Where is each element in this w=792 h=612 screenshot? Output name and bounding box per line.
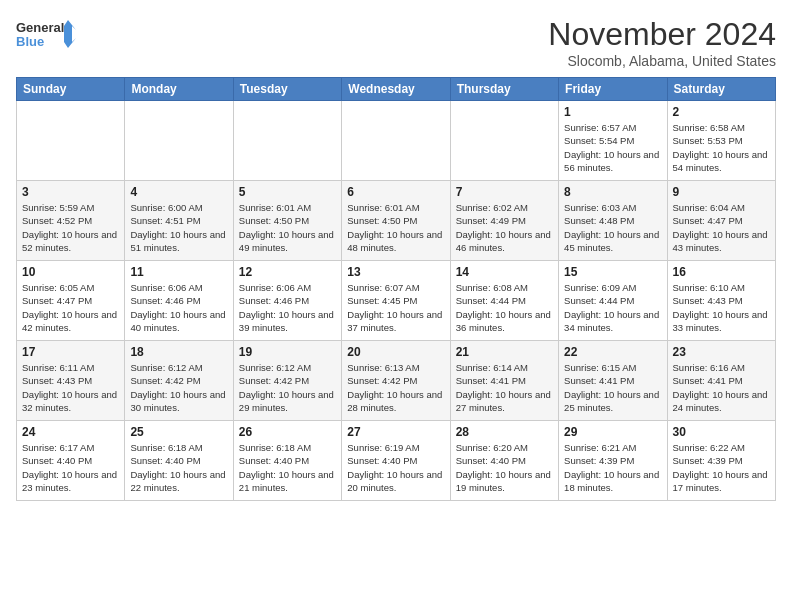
calendar-cell: 22Sunrise: 6:15 AMSunset: 4:41 PMDayligh… bbox=[559, 341, 667, 421]
day-number: 30 bbox=[673, 425, 770, 439]
day-info: Sunrise: 6:04 AMSunset: 4:47 PMDaylight:… bbox=[673, 201, 770, 254]
calendar-cell: 13Sunrise: 6:07 AMSunset: 4:45 PMDayligh… bbox=[342, 261, 450, 341]
calendar-cell: 25Sunrise: 6:18 AMSunset: 4:40 PMDayligh… bbox=[125, 421, 233, 501]
calendar-cell: 28Sunrise: 6:20 AMSunset: 4:40 PMDayligh… bbox=[450, 421, 558, 501]
day-info: Sunrise: 6:02 AMSunset: 4:49 PMDaylight:… bbox=[456, 201, 553, 254]
calendar-cell: 8Sunrise: 6:03 AMSunset: 4:48 PMDaylight… bbox=[559, 181, 667, 261]
calendar-cell: 16Sunrise: 6:10 AMSunset: 4:43 PMDayligh… bbox=[667, 261, 775, 341]
calendar-cell: 17Sunrise: 6:11 AMSunset: 4:43 PMDayligh… bbox=[17, 341, 125, 421]
day-number: 22 bbox=[564, 345, 661, 359]
day-info: Sunrise: 6:18 AMSunset: 4:40 PMDaylight:… bbox=[239, 441, 336, 494]
day-info: Sunrise: 6:00 AMSunset: 4:51 PMDaylight:… bbox=[130, 201, 227, 254]
day-number: 9 bbox=[673, 185, 770, 199]
day-number: 20 bbox=[347, 345, 444, 359]
calendar-cell: 4Sunrise: 6:00 AMSunset: 4:51 PMDaylight… bbox=[125, 181, 233, 261]
day-info: Sunrise: 6:05 AMSunset: 4:47 PMDaylight:… bbox=[22, 281, 119, 334]
day-info: Sunrise: 6:57 AMSunset: 5:54 PMDaylight:… bbox=[564, 121, 661, 174]
calendar-cell: 18Sunrise: 6:12 AMSunset: 4:42 PMDayligh… bbox=[125, 341, 233, 421]
calendar-cell bbox=[17, 101, 125, 181]
calendar-week-3: 10Sunrise: 6:05 AMSunset: 4:47 PMDayligh… bbox=[17, 261, 776, 341]
calendar-cell: 26Sunrise: 6:18 AMSunset: 4:40 PMDayligh… bbox=[233, 421, 341, 501]
day-info: Sunrise: 6:14 AMSunset: 4:41 PMDaylight:… bbox=[456, 361, 553, 414]
day-info: Sunrise: 6:15 AMSunset: 4:41 PMDaylight:… bbox=[564, 361, 661, 414]
calendar-cell bbox=[233, 101, 341, 181]
day-info: Sunrise: 6:17 AMSunset: 4:40 PMDaylight:… bbox=[22, 441, 119, 494]
logo-svg: General Blue bbox=[16, 16, 76, 56]
calendar-cell: 27Sunrise: 6:19 AMSunset: 4:40 PMDayligh… bbox=[342, 421, 450, 501]
day-number: 11 bbox=[130, 265, 227, 279]
day-number: 25 bbox=[130, 425, 227, 439]
day-number: 23 bbox=[673, 345, 770, 359]
calendar-header-tuesday: Tuesday bbox=[233, 78, 341, 101]
svg-text:Blue: Blue bbox=[16, 34, 44, 49]
day-info: Sunrise: 6:18 AMSunset: 4:40 PMDaylight:… bbox=[130, 441, 227, 494]
page-header: General Blue November 2024 Slocomb, Alab… bbox=[16, 16, 776, 69]
calendar-cell: 10Sunrise: 6:05 AMSunset: 4:47 PMDayligh… bbox=[17, 261, 125, 341]
calendar-cell: 11Sunrise: 6:06 AMSunset: 4:46 PMDayligh… bbox=[125, 261, 233, 341]
day-info: Sunrise: 6:12 AMSunset: 4:42 PMDaylight:… bbox=[130, 361, 227, 414]
calendar-cell bbox=[125, 101, 233, 181]
calendar-cell: 7Sunrise: 6:02 AMSunset: 4:49 PMDaylight… bbox=[450, 181, 558, 261]
day-number: 5 bbox=[239, 185, 336, 199]
calendar-header-monday: Monday bbox=[125, 78, 233, 101]
day-number: 1 bbox=[564, 105, 661, 119]
calendar-cell: 1Sunrise: 6:57 AMSunset: 5:54 PMDaylight… bbox=[559, 101, 667, 181]
day-number: 2 bbox=[673, 105, 770, 119]
calendar-header-friday: Friday bbox=[559, 78, 667, 101]
calendar-week-5: 24Sunrise: 6:17 AMSunset: 4:40 PMDayligh… bbox=[17, 421, 776, 501]
day-info: Sunrise: 6:12 AMSunset: 4:42 PMDaylight:… bbox=[239, 361, 336, 414]
calendar-cell: 14Sunrise: 6:08 AMSunset: 4:44 PMDayligh… bbox=[450, 261, 558, 341]
day-number: 12 bbox=[239, 265, 336, 279]
day-info: Sunrise: 6:21 AMSunset: 4:39 PMDaylight:… bbox=[564, 441, 661, 494]
logo: General Blue bbox=[16, 16, 76, 56]
day-number: 15 bbox=[564, 265, 661, 279]
day-info: Sunrise: 6:13 AMSunset: 4:42 PMDaylight:… bbox=[347, 361, 444, 414]
day-number: 21 bbox=[456, 345, 553, 359]
calendar-cell: 3Sunrise: 5:59 AMSunset: 4:52 PMDaylight… bbox=[17, 181, 125, 261]
day-info: Sunrise: 6:10 AMSunset: 4:43 PMDaylight:… bbox=[673, 281, 770, 334]
day-info: Sunrise: 6:11 AMSunset: 4:43 PMDaylight:… bbox=[22, 361, 119, 414]
calendar-cell: 24Sunrise: 6:17 AMSunset: 4:40 PMDayligh… bbox=[17, 421, 125, 501]
day-number: 10 bbox=[22, 265, 119, 279]
day-info: Sunrise: 6:01 AMSunset: 4:50 PMDaylight:… bbox=[239, 201, 336, 254]
day-number: 14 bbox=[456, 265, 553, 279]
calendar: SundayMondayTuesdayWednesdayThursdayFrid… bbox=[16, 77, 776, 501]
day-number: 17 bbox=[22, 345, 119, 359]
day-number: 16 bbox=[673, 265, 770, 279]
day-number: 24 bbox=[22, 425, 119, 439]
svg-text:General: General bbox=[16, 20, 64, 35]
calendar-header-wednesday: Wednesday bbox=[342, 78, 450, 101]
day-info: Sunrise: 6:22 AMSunset: 4:39 PMDaylight:… bbox=[673, 441, 770, 494]
day-info: Sunrise: 6:08 AMSunset: 4:44 PMDaylight:… bbox=[456, 281, 553, 334]
day-info: Sunrise: 6:20 AMSunset: 4:40 PMDaylight:… bbox=[456, 441, 553, 494]
day-number: 6 bbox=[347, 185, 444, 199]
calendar-week-1: 1Sunrise: 6:57 AMSunset: 5:54 PMDaylight… bbox=[17, 101, 776, 181]
calendar-cell: 15Sunrise: 6:09 AMSunset: 4:44 PMDayligh… bbox=[559, 261, 667, 341]
calendar-week-4: 17Sunrise: 6:11 AMSunset: 4:43 PMDayligh… bbox=[17, 341, 776, 421]
day-number: 18 bbox=[130, 345, 227, 359]
calendar-cell bbox=[450, 101, 558, 181]
day-info: Sunrise: 6:09 AMSunset: 4:44 PMDaylight:… bbox=[564, 281, 661, 334]
day-number: 19 bbox=[239, 345, 336, 359]
day-info: Sunrise: 6:06 AMSunset: 4:46 PMDaylight:… bbox=[130, 281, 227, 334]
day-info: Sunrise: 5:59 AMSunset: 4:52 PMDaylight:… bbox=[22, 201, 119, 254]
day-info: Sunrise: 6:58 AMSunset: 5:53 PMDaylight:… bbox=[673, 121, 770, 174]
calendar-cell: 6Sunrise: 6:01 AMSunset: 4:50 PMDaylight… bbox=[342, 181, 450, 261]
calendar-cell: 5Sunrise: 6:01 AMSunset: 4:50 PMDaylight… bbox=[233, 181, 341, 261]
calendar-header-row: SundayMondayTuesdayWednesdayThursdayFrid… bbox=[17, 78, 776, 101]
calendar-cell: 30Sunrise: 6:22 AMSunset: 4:39 PMDayligh… bbox=[667, 421, 775, 501]
svg-marker-2 bbox=[64, 20, 76, 48]
day-info: Sunrise: 6:06 AMSunset: 4:46 PMDaylight:… bbox=[239, 281, 336, 334]
day-info: Sunrise: 6:03 AMSunset: 4:48 PMDaylight:… bbox=[564, 201, 661, 254]
calendar-cell: 19Sunrise: 6:12 AMSunset: 4:42 PMDayligh… bbox=[233, 341, 341, 421]
calendar-header-thursday: Thursday bbox=[450, 78, 558, 101]
day-number: 4 bbox=[130, 185, 227, 199]
day-info: Sunrise: 6:01 AMSunset: 4:50 PMDaylight:… bbox=[347, 201, 444, 254]
day-number: 7 bbox=[456, 185, 553, 199]
day-number: 29 bbox=[564, 425, 661, 439]
calendar-header-saturday: Saturday bbox=[667, 78, 775, 101]
calendar-cell: 20Sunrise: 6:13 AMSunset: 4:42 PMDayligh… bbox=[342, 341, 450, 421]
day-number: 27 bbox=[347, 425, 444, 439]
title-block: November 2024 Slocomb, Alabama, United S… bbox=[548, 16, 776, 69]
calendar-cell: 2Sunrise: 6:58 AMSunset: 5:53 PMDaylight… bbox=[667, 101, 775, 181]
